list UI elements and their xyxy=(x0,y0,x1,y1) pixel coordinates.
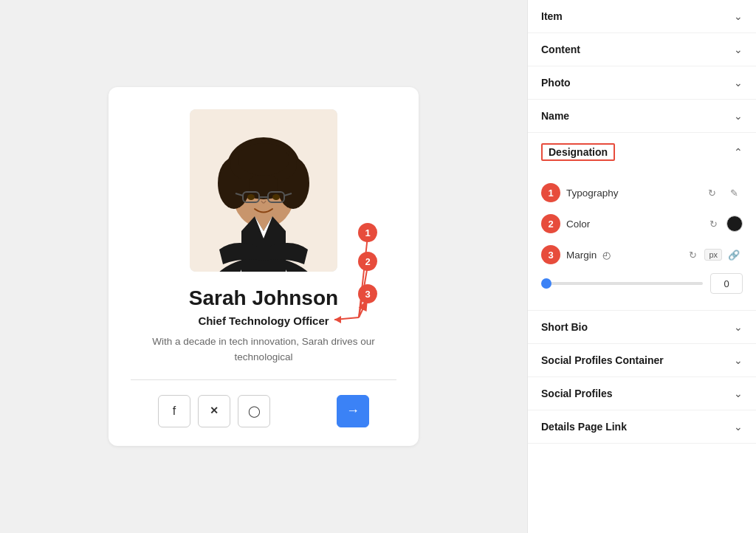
designation-chevron: ⌃ xyxy=(734,146,743,158)
content-chevron: ⌄ xyxy=(734,44,743,55)
avatar-image xyxy=(190,109,337,272)
name-section[interactable]: Name ⌄ xyxy=(528,100,756,133)
photo-section[interactable]: Photo ⌄ xyxy=(528,66,756,100)
twitter-button[interactable]: ✕ xyxy=(198,395,230,427)
content-label: Content xyxy=(541,44,580,55)
item-section[interactable]: Item ⌄ xyxy=(528,0,756,33)
margin-link-btn[interactable]: 🔗 xyxy=(725,246,743,264)
margin-reset-btn[interactable]: ↻ xyxy=(684,246,701,264)
instagram-button[interactable]: ◯ xyxy=(238,395,270,427)
slider-thumb[interactable] xyxy=(541,278,551,289)
name-chevron: ⌄ xyxy=(734,110,743,122)
margin-row: 3 Margin ◴ ↻ px 🔗 xyxy=(541,239,743,270)
badge-1: 1 xyxy=(541,183,560,202)
designation-label: Designation xyxy=(541,143,615,161)
color-label: Color xyxy=(566,219,590,230)
svg-point-16 xyxy=(247,194,255,200)
typography-reset-btn[interactable]: ↻ xyxy=(703,184,721,202)
avatar xyxy=(190,109,337,272)
margin-unit: px xyxy=(704,249,722,261)
short-bio-chevron: ⌄ xyxy=(734,321,743,333)
color-controls: ↻ xyxy=(704,215,743,233)
details-page-link-section[interactable]: Details Page Link ⌄ xyxy=(528,410,756,444)
social-profiles-container-chevron: ⌄ xyxy=(734,354,743,366)
margin-label: Margin xyxy=(566,250,597,261)
content-section[interactable]: Content ⌄ xyxy=(528,33,756,66)
item-label: Item xyxy=(541,10,563,22)
margin-value-input[interactable] xyxy=(710,273,743,294)
color-row: 2 Color ↻ xyxy=(541,208,743,239)
photo-label: Photo xyxy=(541,77,571,89)
color-swatch[interactable] xyxy=(726,216,743,232)
social-profiles-container-section[interactable]: Social Profiles Container ⌄ xyxy=(528,344,756,377)
details-page-link-chevron: ⌄ xyxy=(734,421,743,433)
social-profiles-chevron: ⌄ xyxy=(734,388,743,399)
settings-panel: Item ⌄ Content ⌄ Photo ⌄ Name ⌄ Designat… xyxy=(527,0,756,533)
color-reset-btn[interactable]: ↻ xyxy=(704,215,722,233)
margin-controls: ↻ px 🔗 xyxy=(684,246,743,264)
social-buttons-row: f ✕ ◯ → xyxy=(158,395,369,427)
person-bio: With a decade in tech innovation, Sarah … xyxy=(131,334,396,365)
person-card: Sarah Johnson Chief Technology Officer W… xyxy=(109,87,419,446)
facebook-button[interactable]: f xyxy=(158,395,190,427)
designation-settings: 1 Typography ↻ ✎ 2 Color ↻ xyxy=(528,171,756,311)
arrow-button[interactable]: → xyxy=(337,395,369,427)
badge-2: 2 xyxy=(541,214,560,233)
typography-controls: ↻ ✎ xyxy=(703,184,743,202)
margin-slider-track[interactable] xyxy=(541,282,703,285)
short-bio-section[interactable]: Short Bio ⌄ xyxy=(528,311,756,344)
photo-chevron: ⌄ xyxy=(734,77,743,89)
margin-slider-row xyxy=(541,270,743,300)
details-page-link-label: Details Page Link xyxy=(541,421,627,433)
badge-3: 3 xyxy=(541,245,560,264)
name-label: Name xyxy=(541,110,569,122)
instagram-icon: ◯ xyxy=(248,405,261,418)
svg-point-17 xyxy=(272,194,280,200)
typography-row: 1 Typography ↻ ✎ xyxy=(541,177,743,208)
svg-point-10 xyxy=(238,143,289,176)
item-chevron: ⌄ xyxy=(734,10,743,22)
typography-edit-btn[interactable]: ✎ xyxy=(725,184,743,202)
social-profiles-label: Social Profiles xyxy=(541,388,612,399)
margin-monitor-icon: ◴ xyxy=(602,250,611,261)
twitter-icon: ✕ xyxy=(210,405,219,417)
social-profiles-container-label: Social Profiles Container xyxy=(541,354,664,366)
person-name: Sarah Johnson xyxy=(189,286,338,310)
person-title: Chief Technology Officer xyxy=(198,314,329,327)
designation-section[interactable]: Designation ⌃ xyxy=(528,133,756,171)
typography-label: Typography xyxy=(566,188,619,199)
short-bio-label: Short Bio xyxy=(541,321,588,333)
card-divider xyxy=(131,379,396,380)
social-profiles-section[interactable]: Social Profiles ⌄ xyxy=(528,377,756,410)
